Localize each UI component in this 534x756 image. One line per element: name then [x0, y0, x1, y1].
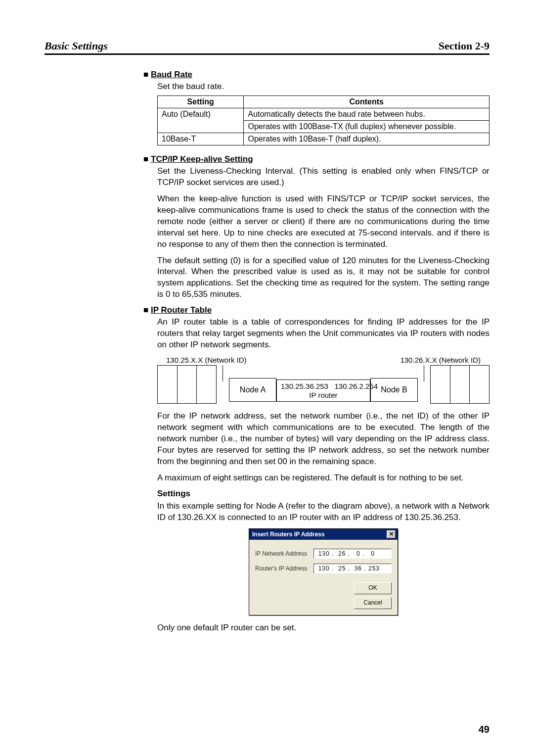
- router-diagram: 130.25.X.X (Network ID) 130.26.X.X (Netw…: [157, 356, 490, 404]
- bullet-square-icon: ■: [143, 70, 151, 79]
- label-router-ip: Router's IP Address: [255, 565, 310, 572]
- table-row: 10Base-T Operates with 10Base-T (half du…: [158, 133, 490, 145]
- ok-button[interactable]: OK: [354, 582, 392, 594]
- node-a-box: Node A: [229, 378, 276, 402]
- router-p1: An IP router table is a table of corresp…: [157, 317, 490, 351]
- tap-node-b: [418, 365, 430, 404]
- ip-router-label: IP router: [281, 391, 366, 399]
- dialog-figure: Insert Routers IP Address ✕ IP Network A…: [157, 528, 490, 615]
- keepalive-p2: When the keep-alive function is used wit…: [157, 193, 490, 250]
- router-p4: In this example setting for Node A (refe…: [157, 501, 490, 523]
- network-right-box: [430, 365, 490, 404]
- page-header: Basic Settings Section 2-9: [44, 40, 490, 55]
- table-header-row: Setting Contents: [158, 95, 490, 108]
- header-right: Section 2-9: [439, 40, 490, 52]
- table-row: Auto (Default) Automatically detects the…: [158, 108, 490, 120]
- settings-label: Settings: [157, 489, 490, 499]
- td-contents: Operates with 10Base-T (half duplex).: [244, 133, 490, 145]
- ip-right: 130.26.2.254: [334, 382, 378, 390]
- router-p5: Only one default IP router can be set.: [157, 622, 490, 634]
- router-p2: For the IP network address, set the netw…: [157, 411, 490, 468]
- heading-keepalive: ■ TCP/IP Keep-alive Setting: [143, 154, 490, 164]
- td-contents: Automatically detects the baud rate betw…: [244, 108, 490, 120]
- cancel-button[interactable]: Cancel: [354, 597, 392, 609]
- page: Basic Settings Section 2-9 ■ Baud Rate S…: [0, 0, 534, 756]
- th-setting: Setting: [158, 95, 244, 108]
- input-ip-network[interactable]: 130 . 26 . 0 . 0: [313, 549, 392, 559]
- td-setting: Auto (Default): [158, 108, 244, 133]
- dialog-title-text: Insert Routers IP Address: [252, 531, 325, 538]
- td-contents: Operates with 100Base-TX (full duplex) w…: [244, 120, 490, 133]
- net-id-left: 130.25.X.X (Network ID): [166, 356, 247, 364]
- keepalive-p1: Set the Liveness-Checking Interval. (Thi…: [157, 166, 490, 189]
- baud-rate-table: Setting Contents Auto (Default) Automati…: [157, 95, 490, 145]
- tap-node-a: [217, 365, 229, 404]
- dialog-titlebar: Insert Routers IP Address ✕: [249, 529, 398, 540]
- close-icon[interactable]: ✕: [387, 530, 396, 538]
- ip-router-block: 130.25.36.253 130.26.2.254 IP router: [276, 365, 370, 404]
- heading-ip-router: ■ IP Router Table: [143, 305, 490, 315]
- insert-router-dialog: Insert Routers IP Address ✕ IP Network A…: [249, 528, 398, 615]
- heading-baud-rate: ■ Baud Rate: [143, 70, 490, 80]
- router-p3: A maximum of eight settings can be regis…: [157, 472, 490, 484]
- header-left: Basic Settings: [44, 40, 108, 52]
- keepalive-p3: The default setting (0) is for a specifi…: [157, 255, 490, 301]
- network-left-box: [157, 365, 217, 404]
- bullet-square-icon: ■: [143, 305, 151, 315]
- ip-left: 130.25.36.253: [281, 382, 328, 390]
- page-number: 49: [479, 724, 490, 735]
- content-column: ■ Baud Rate Set the baud rate. Setting C…: [143, 70, 490, 634]
- input-router-ip[interactable]: 130 . 25 . 36 . 253: [313, 564, 392, 573]
- td-setting: 10Base-T: [158, 133, 244, 145]
- net-id-right: 130.26.X.X (Network ID): [400, 356, 481, 364]
- th-contents: Contents: [244, 95, 490, 108]
- baud-rate-intro: Set the baud rate.: [157, 81, 490, 93]
- label-ip-network: IP Network Address: [255, 550, 310, 557]
- bullet-square-icon: ■: [143, 154, 151, 164]
